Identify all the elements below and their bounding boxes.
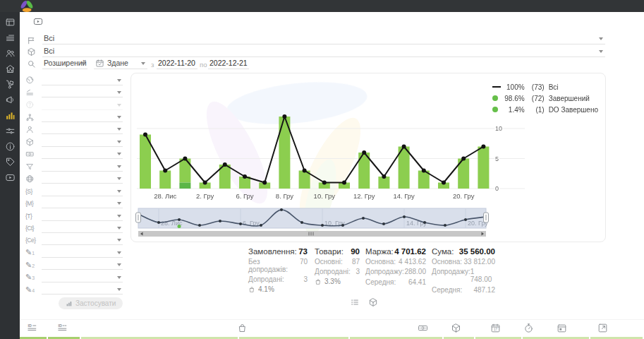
date-field-select[interactable]: Здане <box>94 58 147 69</box>
bottombar-id-link-icon[interactable]: ID <box>57 323 68 333</box>
filter-select[interactable] <box>42 112 123 122</box>
svg-text:17: 17 <box>494 328 498 331</box>
mini-chart-icon <box>66 300 73 307</box>
svg-text:0: 0 <box>495 185 499 192</box>
filter-row-banknote <box>25 148 123 160</box>
filter-select[interactable] <box>42 235 123 245</box>
bottombar-banknote-icon[interactable] <box>418 323 428 333</box>
filter-select[interactable] <box>42 223 123 233</box>
filter-row-world <box>25 74 123 86</box>
search-mode-select[interactable]: Розширений <box>42 58 87 69</box>
sidenav-trolley-icon[interactable] <box>5 79 16 90</box>
bottombar-id-list-icon[interactable]: ID <box>27 323 37 333</box>
sliders-icon <box>5 126 16 136</box>
stat-row: Основна:33 812.00 <box>432 258 495 266</box>
video-icon <box>32 16 44 27</box>
sidenav-list-icon[interactable] <box>5 32 16 43</box>
filter-select[interactable] <box>42 273 123 282</box>
trolley-icon <box>5 79 16 90</box>
filter-select[interactable] <box>42 88 123 97</box>
sidenav-dashboard-icon[interactable] <box>5 17 16 28</box>
list-view-toggle[interactable] <box>350 297 360 307</box>
date-from-value: 2022-11-20 <box>158 59 195 67</box>
side-nav <box>0 12 20 339</box>
sidenav-video-icon[interactable] <box>5 172 16 183</box>
filter-row-hierarchy <box>25 111 123 123</box>
sidenav-bar-chart-icon[interactable] <box>5 110 16 121</box>
filter-select[interactable] <box>42 198 123 208</box>
filter-select[interactable] <box>42 248 123 258</box>
nav-handle-right[interactable] <box>484 213 489 222</box>
chevron-down-icon <box>117 177 121 180</box>
filter-select[interactable] <box>42 100 123 110</box>
bottombar-timer-icon[interactable] <box>523 323 534 333</box>
sidenav-tags-icon[interactable] <box>5 157 16 167</box>
svg-text:10: 10 <box>495 125 502 132</box>
chevron-down-icon <box>117 141 121 143</box>
bottombar-calendar-grid-icon[interactable] <box>557 323 567 333</box>
legend-item[interactable]: 1.4%(1)DO Завершено <box>492 105 598 114</box>
pencil-icon: ✎4 <box>25 285 35 295</box>
cube-icon <box>368 297 378 307</box>
calendar-date-icon: 17 <box>490 323 501 333</box>
sidenav-users-icon[interactable] <box>5 48 16 59</box>
nav-handle-left[interactable] <box>136 213 141 222</box>
bottombar-export-icon[interactable] <box>597 323 608 333</box>
filter-select[interactable] <box>42 260 123 270</box>
filter-select[interactable] <box>42 285 123 295</box>
stat-row: Допродані:3 <box>248 275 308 283</box>
stat-row: Допродажу:288.00 <box>365 268 426 275</box>
date-to-value: 2022-12-21 <box>209 59 248 67</box>
sidenav-megaphone-icon[interactable] <box>5 95 16 105</box>
dot-marker-icon <box>492 95 498 101</box>
crm-analytics-page: Всі Всі Розширений Здане з 2022-11-20 по… <box>0 0 644 339</box>
sidenav-sliders-icon[interactable] <box>5 126 16 136</box>
product-filter-select[interactable]: Всі <box>42 46 605 57</box>
tags-icon <box>5 157 16 167</box>
stat-row: Основна:4 413.62 <box>365 258 426 266</box>
svg-text:10. Гру: 10. Гру <box>314 192 336 200</box>
stat-row: Без допродажів:70 <box>248 258 308 273</box>
video-help-icon[interactable] <box>32 16 44 27</box>
world-icon <box>25 76 35 85</box>
filter-select[interactable] <box>42 76 123 85</box>
sidenav-estate-icon[interactable] <box>5 64 16 74</box>
filter-row-t: {T} <box>25 210 123 222</box>
filter-select[interactable] <box>42 124 123 134</box>
legend-item[interactable]: 100%(73)Всі <box>492 82 598 92</box>
date-to-input[interactable]: 2022-12-21 <box>208 58 249 69</box>
date-from-input[interactable]: 2022-11-20 <box>157 58 198 69</box>
filter-select[interactable] <box>42 186 123 196</box>
legend-item[interactable]: 98.6%(72)Завершений <box>492 93 598 103</box>
chart-legend: 100%(73)Всі98.6%(72)Завершений1.4%(1)DO … <box>492 82 598 116</box>
stat-row: Середня:64.41 <box>365 278 426 286</box>
filter-row-2: ✎2 <box>25 259 123 271</box>
filter-row-1: ✎1 <box>25 246 123 258</box>
filter-select[interactable] <box>42 137 123 147</box>
svg-text:14. Гру: 14. Гру <box>393 192 415 200</box>
calendar-grid-icon <box>557 323 567 333</box>
filter-select[interactable] <box>42 211 123 221</box>
funnel-icon <box>25 162 35 172</box>
svg-text:20. Гру: 20. Гру <box>453 192 475 200</box>
mini-chart-icon <box>66 300 73 307</box>
sidenav-info-icon[interactable] <box>5 141 16 152</box>
product-view-toggle[interactable] <box>368 297 378 307</box>
bottombar-bag-icon[interactable] <box>237 323 248 333</box>
filter-select[interactable] <box>42 174 123 184</box>
dashboard-icon <box>5 17 16 28</box>
banknote-icon <box>418 323 428 333</box>
nav-scrollbar[interactable] <box>138 231 486 237</box>
chevron-down-icon <box>117 153 121 155</box>
apply-button[interactable]: Застосувати <box>59 297 123 309</box>
bag-icon <box>315 278 322 285</box>
filter-select[interactable] <box>42 149 123 159</box>
bottombar-calendar-date-icon[interactable]: 17 <box>490 323 501 333</box>
braces-icon: {Ce} <box>25 237 36 244</box>
filter-select[interactable] <box>42 162 123 172</box>
stat-title: Сума:35 560.00 <box>432 247 495 256</box>
filter-row-funnel <box>25 160 123 172</box>
status-filter-select[interactable]: Всі <box>42 33 605 44</box>
bottombar-cube-icon[interactable] <box>451 323 461 333</box>
app-logo-icon[interactable] <box>16 0 37 12</box>
